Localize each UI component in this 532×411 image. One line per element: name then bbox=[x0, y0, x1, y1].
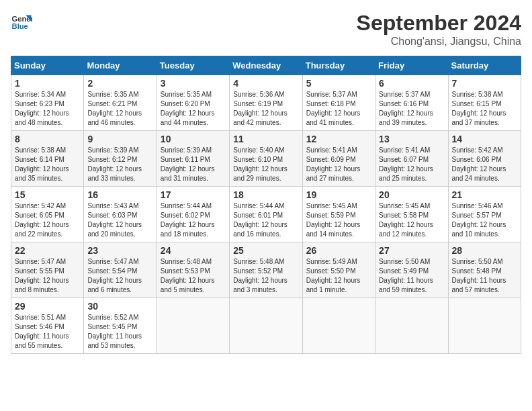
day-info: Sunrise: 5:35 AM Sunset: 6:20 PM Dayligh… bbox=[161, 90, 226, 128]
day-number: 26 bbox=[306, 245, 371, 256]
calendar-day-cell bbox=[157, 298, 229, 354]
weekday-header-row: SundayMondayTuesdayWednesdayThursdayFrid… bbox=[11, 56, 521, 75]
header: General Blue September 2024 Chong'ansi, … bbox=[11, 11, 521, 48]
calendar-day-cell: 19Sunrise: 5:45 AM Sunset: 5:59 PM Dayli… bbox=[302, 187, 375, 242]
day-number: 16 bbox=[87, 189, 152, 200]
calendar-day-cell bbox=[230, 298, 302, 354]
day-number: 25 bbox=[233, 245, 298, 256]
calendar-day-cell: 9Sunrise: 5:39 AM Sunset: 6:12 PM Daylig… bbox=[84, 131, 157, 187]
day-info: Sunrise: 5:45 AM Sunset: 5:59 PM Dayligh… bbox=[306, 201, 371, 239]
day-number: 29 bbox=[15, 301, 80, 312]
calendar-day-cell: 30Sunrise: 5:52 AM Sunset: 5:45 PM Dayli… bbox=[84, 298, 157, 354]
calendar-day-cell: 4Sunrise: 5:36 AM Sunset: 6:19 PM Daylig… bbox=[230, 75, 302, 131]
day-number: 30 bbox=[87, 301, 152, 312]
calendar-day-cell bbox=[375, 298, 448, 354]
day-info: Sunrise: 5:44 AM Sunset: 6:02 PM Dayligh… bbox=[161, 201, 226, 239]
calendar-day-cell: 5Sunrise: 5:37 AM Sunset: 6:18 PM Daylig… bbox=[302, 75, 375, 131]
calendar-day-cell: 29Sunrise: 5:51 AM Sunset: 5:46 PM Dayli… bbox=[11, 298, 84, 354]
day-info: Sunrise: 5:41 AM Sunset: 6:09 PM Dayligh… bbox=[306, 146, 371, 183]
calendar-day-cell: 16Sunrise: 5:43 AM Sunset: 6:03 PM Dayli… bbox=[84, 187, 157, 242]
day-info: Sunrise: 5:45 AM Sunset: 5:58 PM Dayligh… bbox=[379, 201, 444, 239]
calendar-day-cell bbox=[302, 298, 375, 354]
calendar-week-row: 8Sunrise: 5:38 AM Sunset: 6:14 PM Daylig… bbox=[11, 131, 521, 187]
day-number: 24 bbox=[161, 245, 226, 256]
calendar-day-cell: 12Sunrise: 5:41 AM Sunset: 6:09 PM Dayli… bbox=[302, 131, 375, 187]
calendar-day-cell: 22Sunrise: 5:47 AM Sunset: 5:55 PM Dayli… bbox=[11, 242, 84, 298]
day-number: 28 bbox=[452, 245, 517, 256]
day-number: 27 bbox=[379, 245, 444, 256]
day-number: 4 bbox=[233, 78, 298, 89]
calendar-day-cell: 3Sunrise: 5:35 AM Sunset: 6:20 PM Daylig… bbox=[157, 75, 229, 131]
day-number: 12 bbox=[306, 134, 371, 144]
day-info: Sunrise: 5:37 AM Sunset: 6:16 PM Dayligh… bbox=[379, 90, 444, 128]
day-info: Sunrise: 5:49 AM Sunset: 5:50 PM Dayligh… bbox=[306, 257, 371, 295]
day-info: Sunrise: 5:48 AM Sunset: 5:52 PM Dayligh… bbox=[233, 257, 298, 295]
day-info: Sunrise: 5:42 AM Sunset: 6:06 PM Dayligh… bbox=[452, 146, 517, 183]
logo: General Blue bbox=[11, 11, 32, 32]
day-info: Sunrise: 5:42 AM Sunset: 6:05 PM Dayligh… bbox=[15, 201, 80, 239]
day-number: 5 bbox=[306, 78, 371, 89]
day-number: 21 bbox=[452, 189, 517, 200]
day-info: Sunrise: 5:47 AM Sunset: 5:54 PM Dayligh… bbox=[87, 257, 152, 295]
weekday-header-cell: Saturday bbox=[448, 56, 521, 75]
day-info: Sunrise: 5:51 AM Sunset: 5:46 PM Dayligh… bbox=[15, 313, 80, 351]
day-info: Sunrise: 5:39 AM Sunset: 6:11 PM Dayligh… bbox=[161, 146, 226, 183]
day-number: 11 bbox=[233, 134, 298, 144]
calendar-week-row: 1Sunrise: 5:34 AM Sunset: 6:23 PM Daylig… bbox=[11, 75, 521, 131]
day-info: Sunrise: 5:41 AM Sunset: 6:07 PM Dayligh… bbox=[379, 146, 444, 183]
day-info: Sunrise: 5:39 AM Sunset: 6:12 PM Dayligh… bbox=[87, 146, 152, 183]
logo-icon: General Blue bbox=[11, 11, 32, 32]
calendar-day-cell: 10Sunrise: 5:39 AM Sunset: 6:11 PM Dayli… bbox=[157, 131, 229, 187]
day-info: Sunrise: 5:37 AM Sunset: 6:18 PM Dayligh… bbox=[306, 90, 371, 128]
day-info: Sunrise: 5:40 AM Sunset: 6:10 PM Dayligh… bbox=[233, 146, 298, 183]
weekday-header-cell: Thursday bbox=[302, 56, 375, 75]
calendar-day-cell: 25Sunrise: 5:48 AM Sunset: 5:52 PM Dayli… bbox=[230, 242, 302, 298]
day-number: 18 bbox=[233, 189, 298, 200]
calendar-day-cell bbox=[448, 298, 521, 354]
calendar-day-cell: 28Sunrise: 5:50 AM Sunset: 5:48 PM Dayli… bbox=[448, 242, 521, 298]
calendar-week-row: 15Sunrise: 5:42 AM Sunset: 6:05 PM Dayli… bbox=[11, 187, 521, 242]
calendar-day-cell: 24Sunrise: 5:48 AM Sunset: 5:53 PM Dayli… bbox=[157, 242, 229, 298]
day-number: 3 bbox=[161, 78, 226, 89]
location-title: Chong'ansi, Jiangsu, China bbox=[357, 36, 521, 48]
day-number: 15 bbox=[15, 189, 80, 200]
calendar-day-cell: 6Sunrise: 5:37 AM Sunset: 6:16 PM Daylig… bbox=[375, 75, 448, 131]
day-number: 1 bbox=[15, 78, 80, 89]
calendar-week-row: 29Sunrise: 5:51 AM Sunset: 5:46 PM Dayli… bbox=[11, 298, 521, 354]
weekday-header-cell: Monday bbox=[84, 56, 157, 75]
day-info: Sunrise: 5:48 AM Sunset: 5:53 PM Dayligh… bbox=[161, 257, 226, 295]
day-number: 20 bbox=[379, 189, 444, 200]
day-info: Sunrise: 5:52 AM Sunset: 5:45 PM Dayligh… bbox=[87, 313, 152, 351]
calendar-day-cell: 11Sunrise: 5:40 AM Sunset: 6:10 PM Dayli… bbox=[230, 131, 302, 187]
day-number: 13 bbox=[379, 134, 444, 144]
calendar-day-cell: 27Sunrise: 5:50 AM Sunset: 5:49 PM Dayli… bbox=[375, 242, 448, 298]
day-number: 8 bbox=[15, 134, 80, 144]
day-number: 22 bbox=[15, 245, 80, 256]
weekday-header-cell: Sunday bbox=[11, 56, 84, 75]
calendar-day-cell: 23Sunrise: 5:47 AM Sunset: 5:54 PM Dayli… bbox=[84, 242, 157, 298]
day-number: 23 bbox=[87, 245, 152, 256]
month-title: September 2024 bbox=[357, 11, 521, 36]
day-number: 9 bbox=[87, 134, 152, 144]
calendar-day-cell: 26Sunrise: 5:49 AM Sunset: 5:50 PM Dayli… bbox=[302, 242, 375, 298]
day-info: Sunrise: 5:50 AM Sunset: 5:48 PM Dayligh… bbox=[452, 257, 517, 295]
day-info: Sunrise: 5:34 AM Sunset: 6:23 PM Dayligh… bbox=[15, 90, 80, 128]
day-number: 19 bbox=[306, 189, 371, 200]
day-info: Sunrise: 5:38 AM Sunset: 6:14 PM Dayligh… bbox=[15, 146, 80, 183]
weekday-header-cell: Tuesday bbox=[157, 56, 229, 75]
day-info: Sunrise: 5:44 AM Sunset: 6:01 PM Dayligh… bbox=[233, 201, 298, 239]
day-number: 17 bbox=[161, 189, 226, 200]
title-area: September 2024 Chong'ansi, Jiangsu, Chin… bbox=[357, 11, 521, 48]
calendar-day-cell: 21Sunrise: 5:46 AM Sunset: 5:57 PM Dayli… bbox=[448, 187, 521, 242]
calendar-day-cell: 17Sunrise: 5:44 AM Sunset: 6:02 PM Dayli… bbox=[157, 187, 229, 242]
svg-text:Blue: Blue bbox=[12, 22, 28, 30]
day-number: 7 bbox=[452, 78, 517, 89]
day-info: Sunrise: 5:46 AM Sunset: 5:57 PM Dayligh… bbox=[452, 201, 517, 239]
day-info: Sunrise: 5:36 AM Sunset: 6:19 PM Dayligh… bbox=[233, 90, 298, 128]
day-info: Sunrise: 5:47 AM Sunset: 5:55 PM Dayligh… bbox=[15, 257, 80, 295]
calendar-body: 1Sunrise: 5:34 AM Sunset: 6:23 PM Daylig… bbox=[11, 75, 521, 354]
day-number: 14 bbox=[452, 134, 517, 144]
calendar-day-cell: 13Sunrise: 5:41 AM Sunset: 6:07 PM Dayli… bbox=[375, 131, 448, 187]
weekday-header-cell: Wednesday bbox=[230, 56, 302, 75]
calendar-week-row: 22Sunrise: 5:47 AM Sunset: 5:55 PM Dayli… bbox=[11, 242, 521, 298]
